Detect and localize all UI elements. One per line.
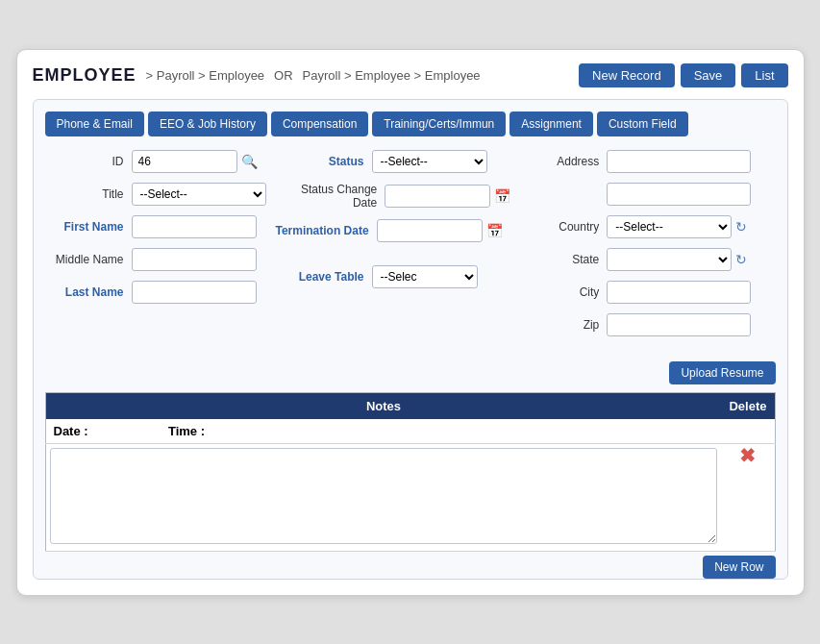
notes-date-time-row: Date : Time : [45, 419, 721, 444]
address-label: Address [520, 155, 607, 168]
zip-input[interactable] [607, 313, 751, 336]
title-label: Title [45, 187, 132, 201]
notes-table: Notes Delete Date : Time : ✖ [45, 392, 776, 552]
calendar-icon-2[interactable]: 📅 [486, 223, 503, 238]
delete-col-header: Delete [721, 392, 775, 419]
new-row-button[interactable]: New Row [703, 556, 775, 579]
termination-date-input[interactable] [377, 219, 483, 242]
tab-bar: Phone & Email EEO & Job History Compensa… [45, 111, 776, 136]
id-label: ID [45, 155, 132, 168]
tab-phone-email[interactable]: Phone & Email [45, 111, 144, 136]
notes-header-label: Notes [45, 392, 721, 419]
tab-eeo-job-history[interactable]: EEO & Job History [148, 111, 267, 136]
status-label: Status [276, 155, 372, 168]
notes-textarea-cell [45, 443, 721, 551]
page-title: EMPLOYEE [33, 65, 137, 86]
tab-custom-field[interactable]: Custom Field [597, 111, 688, 136]
date-label: Date : [54, 424, 88, 438]
firstname-input[interactable] [132, 215, 257, 238]
address-input-2[interactable] [607, 183, 751, 206]
title-select[interactable]: --Select-- [132, 183, 266, 206]
tab-training[interactable]: Training/Certs/Immun [372, 111, 506, 136]
breadcrumb-2: Payroll > Employee > Employee [303, 68, 481, 83]
tab-assignment[interactable]: Assignment [509, 111, 593, 136]
address-input-1[interactable] [607, 150, 751, 173]
state-select[interactable] [607, 248, 732, 271]
city-label: City [520, 285, 607, 299]
termination-date-label: Termination Date [276, 224, 377, 237]
status-change-date-input[interactable] [385, 185, 490, 208]
middlename-label: Middle Name [45, 253, 132, 266]
country-label: Country [520, 220, 607, 234]
upload-resume-button[interactable]: Upload Resume [669, 361, 775, 384]
lastname-input[interactable] [132, 281, 257, 304]
firstname-label: First Name [45, 220, 132, 234]
list-button[interactable]: List [741, 63, 787, 87]
refresh-icon-state[interactable]: ↻ [735, 252, 747, 267]
city-input[interactable] [607, 281, 751, 304]
status-change-date-label: Status Change Date [276, 183, 385, 210]
notes-textarea[interactable] [50, 448, 718, 544]
new-record-button[interactable]: New Record [579, 63, 675, 87]
country-select[interactable]: --Select-- [607, 215, 732, 238]
save-button[interactable]: Save [681, 63, 736, 87]
refresh-icon-country[interactable]: ↻ [735, 219, 747, 235]
or-label: OR [274, 68, 293, 83]
middlename-input[interactable] [132, 248, 257, 271]
state-label: State [520, 253, 607, 266]
leave-table-label: Leave Table [276, 270, 372, 284]
breadcrumb-1: > Payroll > Employee [146, 68, 265, 83]
calendar-icon-1[interactable]: 📅 [494, 188, 510, 204]
leave-table-select[interactable]: --Selec [372, 265, 478, 288]
delete-row-button[interactable]: ✖ [721, 443, 775, 551]
status-select[interactable]: --Select-- [372, 150, 487, 173]
search-icon[interactable]: 🔍 [241, 154, 258, 169]
time-label: Time : [168, 424, 205, 438]
lastname-label: Last Name [45, 285, 132, 299]
zip-label: Zip [520, 318, 607, 332]
tab-compensation[interactable]: Compensation [271, 111, 368, 136]
id-input[interactable] [132, 150, 237, 173]
